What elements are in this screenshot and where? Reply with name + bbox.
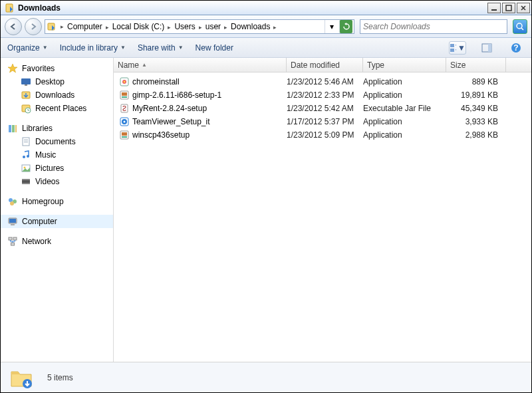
file-size: 45,349 KB: [446, 104, 506, 113]
svg-point-25: [27, 155, 29, 158]
star-icon: [7, 63, 18, 74]
sidebar-homegroup[interactable]: Homegroup: [1, 195, 113, 208]
file-icon: [119, 76, 130, 87]
organize-button[interactable]: Organize▼: [7, 43, 48, 53]
file-date: 1/23/2012 5:46 AM: [287, 77, 363, 86]
sidebar-computer[interactable]: Computer: [1, 215, 113, 228]
column-header-spacer[interactable]: [506, 58, 531, 72]
file-row[interactable]: chromeinstall1/23/2012 5:46 AMApplicatio…: [114, 75, 531, 88]
file-type: Application: [363, 77, 446, 86]
chevron-right-icon[interactable]: ▸: [271, 24, 279, 31]
column-header-date[interactable]: Date modified: [287, 58, 363, 72]
sidebar-item-pictures[interactable]: Pictures: [1, 162, 113, 175]
back-button[interactable]: [5, 18, 22, 35]
file-type: Application: [363, 90, 446, 100]
network-icon: [7, 236, 18, 247]
svg-point-33: [10, 201, 14, 205]
help-button[interactable]: ?: [507, 41, 525, 55]
chevron-right-icon[interactable]: ▸: [222, 24, 229, 31]
file-row[interactable]: gimp-2.6.11-i686-setup-11/23/2012 2:33 P…: [114, 88, 531, 102]
file-type: Application: [363, 117, 446, 126]
file-row[interactable]: winscp436setup1/23/2012 5:09 PMApplicati…: [114, 128, 531, 142]
window-title: Downloads: [18, 3, 487, 13]
svg-rect-44: [122, 92, 127, 96]
svg-rect-1: [491, 9, 497, 11]
svg-point-49: [124, 121, 126, 123]
svg-rect-35: [9, 219, 16, 223]
search-box[interactable]: [360, 19, 507, 34]
chevron-right-icon[interactable]: ▸: [166, 24, 173, 31]
sidebar-item-music[interactable]: Music: [1, 148, 113, 162]
file-date: 1/17/2012 5:37 PM: [287, 117, 363, 126]
svg-rect-45: [122, 96, 127, 98]
file-icon: [119, 116, 130, 127]
chevron-right-icon[interactable]: ▸: [197, 24, 204, 31]
sidebar-item-downloads[interactable]: Downloads: [1, 88, 113, 102]
file-row[interactable]: TeamViewer_Setup_it1/17/2012 5:37 PMAppl…: [114, 115, 531, 128]
search-button[interactable]: [513, 19, 527, 34]
svg-rect-14: [25, 84, 27, 86]
svg-rect-0: [6, 4, 13, 12]
sidebar-item-videos[interactable]: Videos: [1, 175, 113, 188]
file-icon: [119, 130, 130, 140]
sidebar-libraries[interactable]: Libraries: [1, 122, 113, 135]
folder-large-icon: [9, 365, 34, 390]
window-buttons: [487, 3, 530, 13]
column-header-name[interactable]: Name▲: [114, 58, 287, 72]
svg-rect-19: [12, 125, 15, 132]
command-bar: Organize▼ Include in library▼ Share with…: [1, 38, 531, 58]
breadcrumb-segment[interactable]: Downloads: [229, 22, 271, 31]
column-header-size[interactable]: Size: [446, 58, 506, 72]
sidebar-item-documents[interactable]: Documents: [1, 135, 113, 148]
column-headers: Name▲ Date modified Type Size: [114, 58, 531, 72]
homegroup-icon: [7, 196, 18, 207]
address-dropdown[interactable]: ▾: [325, 20, 338, 33]
svg-rect-18: [9, 125, 11, 132]
content-area: Favorites Desktop Downloads Recent Place…: [1, 58, 531, 362]
address-bar[interactable]: ▸ Computer▸Local Disk (C:)▸Users▸user▸Do…: [45, 19, 354, 34]
svg-rect-13: [21, 78, 31, 84]
breadcrumbs: Computer▸Local Disk (C:)▸Users▸user▸Down…: [66, 22, 279, 31]
new-folder-button[interactable]: New folder: [196, 43, 233, 53]
breadcrumb-segment[interactable]: Computer: [66, 22, 104, 31]
file-type: Executable Jar File: [363, 104, 446, 113]
svg-rect-29: [22, 179, 30, 180]
close-button[interactable]: [517, 3, 530, 13]
column-header-type[interactable]: Type: [363, 58, 446, 72]
breadcrumb-segment[interactable]: user: [204, 22, 222, 31]
preview-pane-button[interactable]: [478, 41, 495, 55]
forward-button[interactable]: [25, 18, 42, 35]
sidebar-item-desktop[interactable]: Desktop: [1, 75, 113, 88]
libraries-icon: [7, 123, 18, 134]
downloads-icon: [21, 90, 31, 100]
chevron-right-icon[interactable]: ▸: [59, 23, 66, 30]
svg-rect-51: [122, 132, 127, 136]
file-size: 3,933 KB: [446, 117, 506, 126]
title-bar: Downloads: [1, 1, 531, 15]
change-view-button[interactable]: ▼: [449, 41, 466, 55]
chevron-right-icon[interactable]: ▸: [104, 24, 111, 31]
music-icon: [21, 150, 31, 160]
file-row[interactable]: MyRent-2.8.24-setup1/23/2012 5:42 AMExec…: [114, 102, 531, 115]
search-input[interactable]: [363, 22, 504, 31]
maximize-button[interactable]: [502, 3, 515, 13]
file-rows: chromeinstall1/23/2012 5:46 AMApplicatio…: [114, 72, 531, 362]
svg-rect-8: [456, 49, 456, 51]
breadcrumb-segment[interactable]: Users: [173, 22, 196, 31]
file-date: 1/23/2012 5:09 PM: [287, 130, 363, 140]
minimize-button[interactable]: [487, 3, 501, 13]
sidebar-network[interactable]: Network: [1, 235, 113, 248]
sidebar-item-recent[interactable]: Recent Places: [1, 102, 113, 115]
svg-rect-36: [11, 224, 15, 225]
include-in-library-button[interactable]: Include in library▼: [60, 43, 126, 53]
file-name: MyRent-2.8.24-setup: [132, 104, 207, 113]
file-icon: [119, 103, 130, 114]
file-icon: [119, 90, 130, 100]
svg-rect-22: [24, 140, 28, 140]
svg-rect-7: [456, 45, 456, 46]
refresh-button[interactable]: [339, 20, 352, 33]
share-with-button[interactable]: Share with▼: [138, 43, 184, 53]
sidebar-favorites[interactable]: Favorites: [1, 62, 113, 75]
breadcrumb-segment[interactable]: Local Disk (C:): [111, 22, 166, 31]
svg-rect-5: [450, 44, 454, 47]
